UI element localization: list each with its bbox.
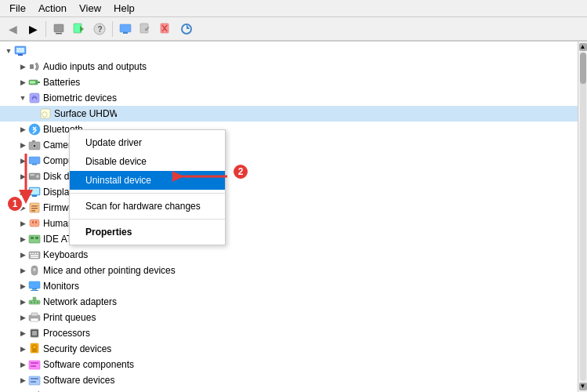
- audio-expand[interactable]: ▶: [17, 61, 28, 72]
- hid-expand[interactable]: ▶: [17, 218, 28, 229]
- toolbar: ◀ ▶ ? ✔: [0, 17, 587, 41]
- tree-item-batteries[interactable]: ▶ Batteries: [0, 74, 578, 90]
- svg-rect-30: [29, 157, 40, 164]
- tree-item-audio[interactable]: ▶ Audio inputs and outputs: [0, 59, 578, 74]
- tree-item-software[interactable]: ▶ Software devices: [0, 372, 578, 388]
- print-expand[interactable]: ▶: [17, 312, 28, 323]
- menubar: File Action View Help: [0, 0, 587, 17]
- tree-item-print[interactable]: ▶ Print queues: [0, 310, 578, 325]
- svg-rect-7: [123, 32, 128, 34]
- computer-expand[interactable]: ▶: [17, 155, 28, 166]
- svg-rect-49: [30, 253, 31, 255]
- svg-rect-52: [37, 253, 38, 255]
- svg-rect-43: [32, 221, 34, 223]
- menu-action[interactable]: Action: [32, 1, 73, 16]
- back-button[interactable]: ◀: [3, 20, 22, 38]
- tree-item-softcomp[interactable]: ▶ Software components: [0, 357, 578, 372]
- tree-item-biometric[interactable]: ▼ Biometric devices: [0, 90, 578, 106]
- processors-expand[interactable]: ▶: [17, 328, 28, 339]
- ctx-separator-2: [70, 219, 225, 220]
- svg-rect-58: [29, 281, 40, 289]
- scan-button[interactable]: [177, 20, 196, 38]
- keyboards-expand[interactable]: ▶: [17, 249, 28, 260]
- scroll-down-button[interactable]: ▼: [579, 383, 587, 390]
- svg-rect-60: [31, 290, 38, 291]
- svg-rect-75: [29, 361, 40, 369]
- cameras-expand[interactable]: ▶: [17, 140, 28, 151]
- svg-rect-69: [31, 318, 38, 321]
- tree-item-mice[interactable]: ▶ Mice and other pointing devices: [0, 263, 578, 278]
- ide-expand[interactable]: ▶: [17, 234, 28, 245]
- tree-item-security[interactable]: ▶ Security devices: [0, 341, 578, 357]
- ctx-disable-device[interactable]: Disable device: [70, 152, 225, 171]
- scrollbar[interactable]: ▲ ▼: [578, 42, 587, 392]
- security-expand[interactable]: ▶: [17, 343, 28, 354]
- svg-rect-17: [16, 48, 24, 53]
- svg-rect-80: [31, 381, 36, 383]
- svg-rect-6: [120, 24, 131, 32]
- forward-button[interactable]: ▶: [24, 20, 42, 38]
- svg-point-57: [34, 268, 36, 271]
- svg-rect-79: [31, 378, 38, 379]
- softcomp-expand[interactable]: ▶: [17, 359, 28, 370]
- update-driver-button[interactable]: [70, 20, 89, 38]
- ide-icon: [28, 233, 41, 245]
- svg-rect-0: [54, 24, 63, 32]
- svg-marker-3: [80, 26, 84, 32]
- menu-file[interactable]: File: [3, 1, 32, 16]
- uninstall-button[interactable]: [157, 20, 176, 38]
- show-hidden-button[interactable]: ✔: [136, 20, 155, 38]
- device-tree[interactable]: ▼ ▶ Audio inputs and outputs ▶: [0, 42, 578, 392]
- display-icon: [28, 186, 41, 198]
- software-expand[interactable]: ▶: [17, 375, 28, 386]
- computer-button[interactable]: [116, 20, 135, 38]
- printer-icon: [28, 311, 41, 324]
- tree-item-monitors[interactable]: ▶ Monitors: [0, 278, 578, 294]
- svg-rect-78: [29, 376, 40, 385]
- scroll-thumb[interactable]: [580, 53, 586, 84]
- svg-rect-42: [30, 220, 39, 227]
- properties-button[interactable]: [49, 20, 68, 38]
- svg-text:⬡: ⬡: [42, 111, 48, 118]
- keyboard-icon: [28, 249, 41, 261]
- mice-expand[interactable]: ▶: [17, 265, 28, 276]
- network-expand[interactable]: ▶: [17, 296, 28, 307]
- biometric-icon: [28, 92, 41, 104]
- biometric-child-icon: ⬡: [39, 107, 52, 120]
- svg-rect-31: [32, 164, 37, 165]
- bluetooth-expand[interactable]: ▶: [17, 124, 28, 135]
- tree-item-keyboards[interactable]: ▶ Keyboards: [0, 247, 578, 263]
- ctx-scan-hardware[interactable]: Scan for hardware changes: [70, 197, 225, 216]
- ctx-update-driver[interactable]: Update driver: [70, 133, 225, 152]
- badge-2-label: 2: [238, 166, 244, 177]
- mice-label: Mice and other pointing devices: [43, 265, 176, 276]
- biometric-expand[interactable]: ▼: [17, 93, 28, 103]
- tree-root[interactable]: ▼: [0, 43, 578, 59]
- svg-text:?: ?: [98, 25, 103, 34]
- computer-icon: [14, 45, 27, 57]
- monitors-expand[interactable]: ▶: [17, 281, 28, 292]
- tree-item-biometric-child[interactable]: ⬡ Surface UHDWRL...: [0, 106, 578, 122]
- menu-view[interactable]: View: [73, 1, 107, 16]
- svg-rect-50: [32, 253, 34, 255]
- scroll-track[interactable]: [580, 53, 586, 381]
- tree-item-network[interactable]: ▶ Network adapters: [0, 294, 578, 310]
- svg-rect-59: [32, 289, 37, 290]
- svg-rect-37: [30, 188, 39, 194]
- svg-rect-33: [30, 174, 34, 176]
- svg-rect-51: [34, 253, 36, 255]
- tree-item-processors[interactable]: ▶ Processors: [0, 325, 578, 341]
- disk-expand[interactable]: ▶: [17, 171, 28, 182]
- ctx-uninstall-device[interactable]: Uninstall device: [70, 171, 225, 190]
- batteries-expand[interactable]: ▶: [17, 77, 28, 88]
- ctx-properties[interactable]: Properties: [70, 223, 225, 241]
- menu-help[interactable]: Help: [107, 1, 141, 16]
- softcomp-icon: [28, 358, 41, 371]
- svg-rect-21: [30, 82, 35, 84]
- toolbar-separator-2: [112, 21, 113, 37]
- help-button[interactable]: ?: [90, 20, 109, 38]
- biometric-child-label: Surface UHDWRL...: [54, 108, 117, 119]
- root-expand-icon[interactable]: ▼: [3, 45, 14, 56]
- tree-item-sound[interactable]: ▶ Sound, video and game controllers: [0, 388, 578, 392]
- scroll-up-button[interactable]: ▲: [579, 43, 587, 51]
